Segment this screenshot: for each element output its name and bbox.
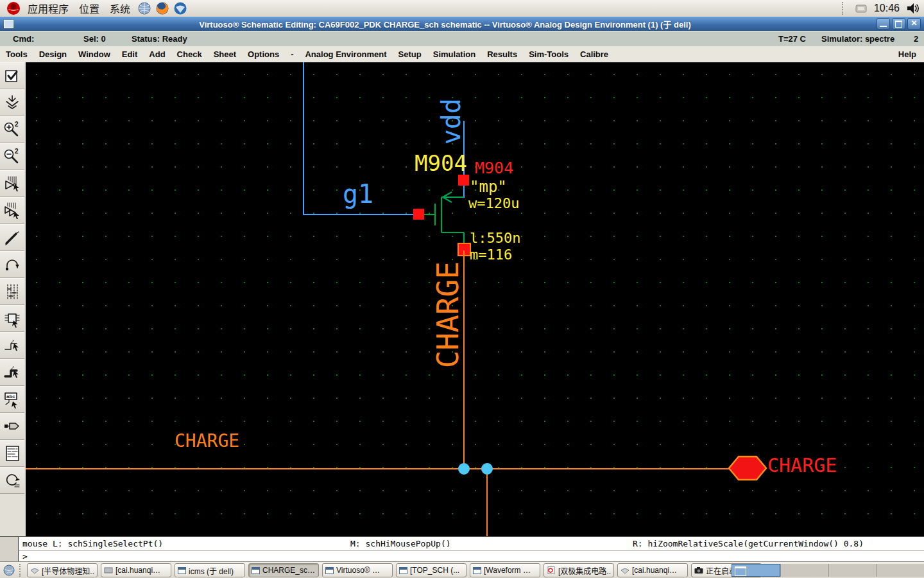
charge-pin-hexagon[interactable]	[728, 455, 767, 482]
delete-button[interactable]	[0, 224, 24, 251]
volume-icon[interactable]	[905, 1, 920, 15]
status-ready: Status: Ready	[132, 34, 187, 44]
length-param[interactable]: l:550n	[470, 231, 520, 245]
task-button-4-active[interactable]: CHARGE_sc…	[248, 563, 319, 577]
pin-button[interactable]	[0, 413, 24, 440]
mail-icon	[104, 566, 113, 574]
save-button[interactable]	[0, 89, 24, 116]
close-button[interactable]: ✕	[907, 18, 921, 30]
menu-setup[interactable]: Setup	[393, 49, 427, 59]
task-button-6[interactable]: [TOP_SCH (...	[396, 563, 466, 577]
check-and-save-button[interactable]	[0, 62, 24, 89]
window-icon	[473, 567, 481, 574]
mult-param[interactable]: m=116	[470, 247, 512, 262]
window-icon	[325, 567, 334, 574]
task-button-1[interactable]: [半导体物理知...	[27, 563, 98, 577]
minimize-button[interactable]	[877, 18, 890, 30]
prompt-area: mouse L: schSingleSelectPt() M: schHiMou…	[0, 536, 924, 562]
instance-name-selected[interactable]: M904	[475, 160, 513, 177]
window-icon	[4, 20, 13, 28]
menu-help[interactable]: Help	[893, 49, 924, 59]
mouse-right-binding: R: hiZoomRelativeScale(getCurrentWindow(…	[633, 539, 864, 548]
menu-edit[interactable]: Edit	[116, 49, 144, 59]
solder-dot-1[interactable]	[458, 463, 470, 475]
simulator: Simulator: spectre	[821, 34, 894, 44]
gate-handle[interactable]	[413, 209, 424, 220]
net-label-charge-vertical[interactable]: CHARGE	[432, 261, 463, 368]
stretch-button[interactable]	[0, 170, 24, 197]
maximize-button[interactable]	[892, 18, 905, 30]
menu-add[interactable]: Add	[143, 49, 171, 59]
pin-label-charge[interactable]: CHARGE	[767, 455, 837, 476]
copy-button[interactable]	[0, 197, 24, 224]
menu-design[interactable]: Design	[33, 49, 73, 59]
cmd-form-button[interactable]	[0, 440, 24, 467]
zoom-out-2x-button[interactable]: 2	[0, 143, 24, 170]
workspace-3[interactable]	[828, 564, 877, 577]
wire-name-label-button[interactable]: abc	[0, 386, 24, 413]
svg-text:2: 2	[15, 148, 19, 155]
menu-applications[interactable]: 应用程序	[22, 1, 74, 16]
taskbar-handle[interactable]	[19, 564, 24, 577]
schematic-canvas[interactable]: g1 vdd M904 M	[26, 62, 924, 536]
thunderbird-icon[interactable]	[173, 1, 187, 15]
gnome-top-panel: 应用程序 位置 系统 10:46	[0, 0, 924, 17]
menu-sim-tools[interactable]: Sim-Tools	[523, 49, 574, 59]
clock[interactable]: 10:46	[874, 3, 900, 14]
undo-button[interactable]	[0, 251, 24, 278]
supply-label-vdd[interactable]: vdd	[438, 98, 465, 144]
wire-charge-down[interactable]	[486, 469, 488, 536]
properties-button[interactable]	[0, 278, 24, 305]
panel-tray: 10:46	[842, 1, 924, 15]
menu-options[interactable]: Options	[242, 49, 285, 59]
net-label-g1[interactable]: g1	[343, 180, 373, 207]
source-handle[interactable]	[458, 175, 469, 186]
mini-window	[735, 566, 746, 576]
menu-sheet[interactable]: Sheet	[208, 49, 242, 59]
menu-window[interactable]: Window	[73, 49, 116, 59]
panel-menus: 应用程序 位置 系统	[0, 1, 189, 16]
instance-name[interactable]: M904	[415, 152, 467, 175]
show-desktop-icon[interactable]	[3, 564, 15, 577]
wire-g1-horizontal[interactable]	[303, 214, 416, 215]
red-hat-menu-icon[interactable]	[6, 1, 21, 15]
mouse-middle-binding: M: schHiMousePopUp()	[350, 539, 451, 548]
task-button-8[interactable]: [双极集成电路...	[543, 563, 614, 577]
menu-results[interactable]: Results	[481, 49, 523, 59]
command-prompt[interactable]: >	[18, 551, 924, 562]
menu-places[interactable]: 位置	[74, 1, 105, 16]
model-label[interactable]: "mp"	[470, 179, 507, 195]
zoom-in-2x-button[interactable]: 2	[0, 116, 24, 143]
repeat-button[interactable]	[0, 467, 24, 494]
wide-wire-button[interactable]	[0, 359, 24, 386]
firefox-icon[interactable]	[155, 1, 169, 15]
net-label-charge-left[interactable]: CHARGE	[175, 432, 239, 450]
panel-handle[interactable]	[842, 2, 846, 15]
task-button-3[interactable]: icms (于 dell)	[175, 563, 245, 577]
menu-simulation[interactable]: Simulation	[427, 49, 481, 59]
menu-tools[interactable]: Tools	[0, 49, 33, 59]
wire-g1-vertical[interactable]	[303, 62, 304, 215]
menu-analog-environment[interactable]: Analog Environment	[299, 49, 392, 59]
workspace-1[interactable]	[732, 564, 780, 577]
task-button-9[interactable]: [cai.huanqi…	[617, 563, 688, 577]
window-icon	[252, 567, 260, 574]
wire-button[interactable]	[0, 332, 24, 359]
task-button-7[interactable]: [Waveform …	[470, 563, 540, 577]
instance-button[interactable]	[0, 305, 24, 332]
width-param[interactable]: w=120u	[468, 196, 519, 211]
wire-charge-horizontal[interactable]	[26, 468, 732, 469]
tray-applet-icon[interactable]	[854, 1, 868, 15]
task-button-5[interactable]: Virtuoso® …	[322, 563, 393, 577]
mail-icon	[620, 566, 629, 574]
workspace-switcher	[732, 564, 924, 577]
workspace-2[interactable]	[780, 564, 828, 577]
menu-system[interactable]: 系统	[105, 1, 135, 16]
solder-dot-2[interactable]	[481, 463, 493, 475]
workspace-4[interactable]	[876, 564, 924, 577]
menu-check[interactable]: Check	[171, 49, 208, 59]
menu-calibre[interactable]: Calibre	[574, 49, 614, 59]
window-titlebar[interactable]: Virtuoso® Schematic Editing: CA69F002_PD…	[0, 17, 924, 31]
web-browser-icon[interactable]	[137, 1, 151, 15]
task-button-2[interactable]: [cai.huanqi…	[101, 563, 171, 577]
